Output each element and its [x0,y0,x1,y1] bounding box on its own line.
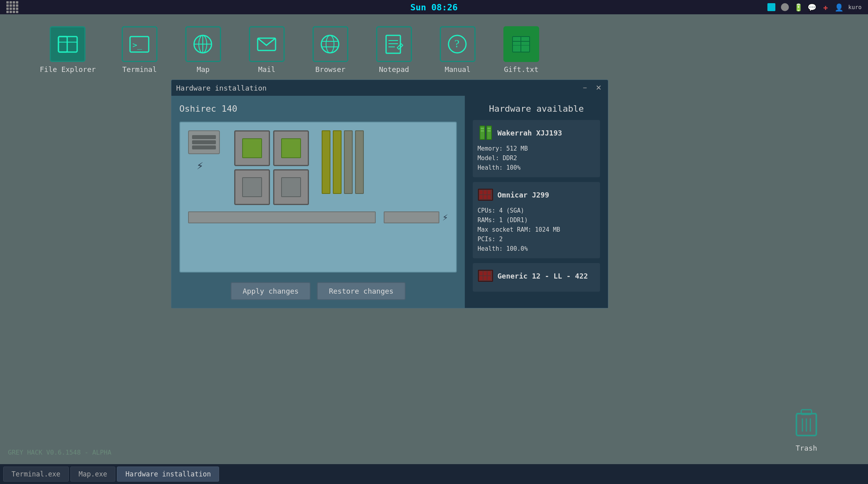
svg-text:?: ? [454,37,459,50]
desktop-icon-gift[interactable]: Gift.txt [501,26,541,74]
port-block-area: ⚡ [188,130,220,172]
file-explorer-label: File Explorer [40,65,96,74]
desktop-icon-browser[interactable]: Browser [311,26,350,74]
desktop-icon-file-explorer[interactable]: File Explorer [40,26,96,74]
taskbar-item-hardware[interactable]: Hardware installation [117,467,219,482]
taskbar: Terminal.exe Map.exe Hardware installati… [0,464,868,484]
port-block [188,130,220,154]
mb-icon-omnicar [478,187,493,203]
action-buttons: Apply changes Restore changes [179,282,457,300]
hardware-panel-title: Hardware available [473,104,600,114]
tray-icon-battery[interactable]: 🔋 [794,3,803,12]
mail-label: Mail [258,65,275,74]
taskbar-item-terminal[interactable]: Terminal.exe [3,467,69,482]
desktop-icon-mail[interactable]: Mail [247,26,287,74]
ram-slot-0[interactable] [322,130,330,194]
manual-label: Manual [445,65,470,74]
map-icon [185,26,221,62]
close-button[interactable]: ✕ [594,83,603,93]
minimize-button[interactable]: − [580,83,590,93]
top-bar-left [6,1,18,13]
apps-grid-icon[interactable] [6,1,18,13]
cpu-chip-2[interactable] [234,169,270,205]
ram-slot-1[interactable] [333,130,342,194]
hw-item-omnicar-specs: CPUs: 4 (SGA) RAMs: 1 (DDR1) Max socket … [478,206,595,254]
file-explorer-icon [50,26,85,62]
svg-rect-14 [386,35,400,53]
left-panel: Oshirec 140 ⚡ [171,96,465,308]
map-label: Map [197,65,210,74]
svg-rect-1 [58,37,67,52]
svg-point-10 [321,35,339,53]
trash-container[interactable]: Trash [792,406,820,452]
ram-slot-2[interactable] [344,130,353,194]
hardware-list: Wakerrah XJJ193 Memory: 512 MB Model: DD… [473,120,600,292]
window-titlebar: Hardware installation − ✕ [171,80,608,96]
ram-slot-3[interactable] [355,130,364,194]
power-connector: ⚡ [197,159,204,172]
hw-item-generic12-header: Generic 12 - LL - 422 [478,268,595,284]
window-title: Hardware installation [176,84,267,92]
cpu-grid [234,130,309,205]
hw-item-wakerrah[interactable]: Wakerrah XJJ193 Memory: 512 MB Model: DD… [473,120,600,177]
cpu-chip-1[interactable] [273,130,309,166]
motherboard-icon-2 [478,270,493,282]
trash-label: Trash [796,444,817,452]
pci-short-area: ⚡ [384,211,448,223]
desktop-icon-map[interactable]: Map [183,26,223,74]
desktop-icon-terminal[interactable]: >_ Terminal [120,26,159,74]
mb-icon-generic12 [478,268,493,284]
taskbar-item-map[interactable]: Map.exe [70,467,116,482]
tray-icon-plus[interactable]: ✚ [821,3,830,12]
trash-icon [792,406,820,441]
tray-icon-2[interactable] [781,3,789,12]
notepad-icon [376,26,412,62]
ram-slots [322,130,364,194]
power-icon-2: ⚡ [443,212,448,223]
motherboard-icon [478,189,493,201]
motherboard-diagram: ⚡ [179,122,457,273]
browser-label: Browser [315,65,346,74]
browser-icon [313,26,348,62]
notepad-label: Notepad [379,65,409,74]
hardware-installation-window: Hardware installation − ✕ Oshirec 140 [171,79,608,308]
desktop-icon-notepad[interactable]: Notepad [374,26,414,74]
system-tray: 🔋 💬 ✚ 👤 kuro [767,3,862,12]
mail-icon [249,26,285,62]
mb-top-row: ⚡ [188,130,448,205]
tray-icon-chat[interactable]: 💬 [808,3,816,12]
hw-item-generic12-name: Generic 12 - LL - 422 [497,272,588,280]
ram-icon-wakerrah [478,125,493,141]
terminal-icon: >_ [122,26,157,62]
window-body: Oshirec 140 ⚡ [171,96,608,308]
pci-slot-0[interactable] [188,211,376,223]
gift-label: Gift.txt [504,65,539,74]
system-clock: Sun 08:26 [410,2,458,12]
hw-item-wakerrah-name: Wakerrah XJJ193 [497,129,562,137]
username: kuro [848,4,862,10]
svg-point-13 [326,35,334,53]
version-text: GREY HACK V0.6.1548 - ALPHA [8,449,111,456]
hw-item-generic12[interactable]: Generic 12 - LL - 422 [473,263,600,292]
hw-item-wakerrah-specs: Memory: 512 MB Model: DDR2 Health: 100% [478,144,595,172]
desktop-icons: File Explorer >_ Terminal Map [0,14,868,81]
gift-icon [503,26,539,62]
mb-bottom-row: ⚡ [188,211,448,223]
cpu-chip-3[interactable] [273,169,309,205]
pci-slot-short[interactable] [384,211,439,223]
restore-changes-button[interactable]: Restore changes [317,282,406,300]
hw-item-omnicar[interactable]: Omnicar J299 CPUs: 4 (SGA) RAMs: 1 (DDR1… [473,182,600,258]
svg-text:>_: >_ [132,40,142,50]
manual-icon: ? [440,26,476,62]
tray-icon-user[interactable]: 👤 [835,3,843,12]
hw-item-wakerrah-header: Wakerrah XJJ193 [478,125,595,141]
tray-icon-1[interactable] [767,3,776,12]
apply-changes-button[interactable]: Apply changes [231,282,311,300]
window-controls: − ✕ [580,83,603,93]
desktop-icon-manual[interactable]: ? Manual [438,26,478,74]
pc-name: Oshirec 140 [179,104,457,114]
hw-item-omnicar-header: Omnicar J299 [478,187,595,203]
cpu-chip-0[interactable] [234,130,270,166]
hw-item-omnicar-name: Omnicar J299 [497,191,549,199]
right-panel: Hardware available Wakerrah XJJ193 [465,96,608,308]
